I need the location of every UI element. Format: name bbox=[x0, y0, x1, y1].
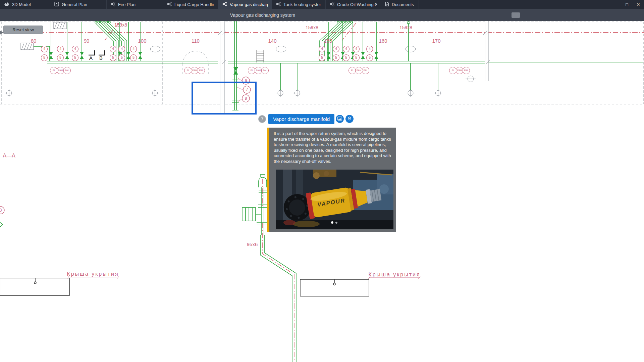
tab-label: Liquid Cargo Handling bbox=[174, 2, 214, 7]
svg-text:4: 4 bbox=[355, 47, 357, 51]
svg-text:4: 4 bbox=[132, 47, 135, 51]
svg-text:PAL: PAL bbox=[199, 69, 204, 72]
svg-text:170: 170 bbox=[432, 38, 440, 44]
tab-vapour-gas-discharging[interactable]: Vapour gas discharging bbox=[218, 0, 272, 9]
tab-fire-plan[interactable]: Fire Plan bbox=[107, 0, 163, 9]
carousel-dot-active[interactable] bbox=[331, 221, 333, 224]
locate-on-model-button[interactable] bbox=[345, 115, 354, 123]
system-icon bbox=[167, 2, 172, 7]
tab-liquid-cargo-handling[interactable]: Liquid Cargo Handling bbox=[163, 0, 218, 9]
svg-text:100: 100 bbox=[138, 38, 146, 44]
svg-text:5: 5 bbox=[369, 55, 371, 59]
svg-text:PI: PI bbox=[251, 69, 253, 72]
svg-text:PI: PI bbox=[187, 69, 189, 72]
svg-text:160: 160 bbox=[379, 38, 387, 44]
tab-label: Documents bbox=[392, 2, 414, 7]
svg-text:5: 5 bbox=[335, 55, 337, 59]
svg-text:PAL: PAL bbox=[364, 69, 368, 72]
document-icon bbox=[385, 2, 389, 7]
svg-text:PI: PI bbox=[351, 69, 354, 72]
tab-3d-model[interactable]: 3D Model bbox=[0, 0, 50, 9]
svg-text:90: 90 bbox=[84, 38, 90, 44]
window-controls: – □ ✕ bbox=[610, 0, 644, 9]
tab-documents[interactable]: Documents bbox=[381, 0, 419, 9]
system-icon bbox=[330, 2, 334, 7]
diagram-canvas[interactable]: 159x8159x8159x88090100110140150160170ABA… bbox=[0, 21, 644, 362]
svg-text:4: 4 bbox=[321, 47, 323, 51]
svg-text:150: 150 bbox=[324, 38, 332, 44]
svg-text:95x6: 95x6 bbox=[247, 241, 258, 247]
system-icon bbox=[222, 2, 227, 7]
svg-text:PAH: PAH bbox=[457, 69, 462, 72]
ship-icon bbox=[4, 2, 9, 7]
svg-text:Крыша укрытия: Крыша укрытия bbox=[67, 271, 119, 277]
item-photo: VAPOUR bbox=[276, 170, 393, 229]
tab-label: Tank heating system bbox=[283, 2, 321, 7]
svg-text:159x8: 159x8 bbox=[306, 25, 318, 30]
svg-text:140: 140 bbox=[268, 38, 276, 44]
svg-text:4: 4 bbox=[59, 47, 61, 51]
svg-text:3: 3 bbox=[0, 208, 2, 213]
minimize-button[interactable]: – bbox=[610, 0, 621, 9]
svg-text:5: 5 bbox=[43, 55, 45, 59]
svg-text:PI: PI bbox=[452, 69, 454, 72]
tab-label: Fire Plan bbox=[118, 2, 136, 7]
svg-text:5: 5 bbox=[74, 55, 76, 59]
svg-text:5: 5 bbox=[345, 55, 347, 59]
selection-highlight-rect bbox=[192, 82, 257, 115]
svg-text:159x8: 159x8 bbox=[114, 22, 127, 28]
svg-text:PAH: PAH bbox=[357, 69, 361, 72]
svg-text:4: 4 bbox=[345, 47, 347, 51]
svg-text:A: A bbox=[89, 55, 93, 61]
item-description-text: It is a part of the vapor return system,… bbox=[274, 131, 392, 164]
tab-tank-heating-system[interactable]: Tank heating system bbox=[272, 0, 326, 9]
svg-text:Крыша укрытия: Крыша укрытия bbox=[368, 272, 420, 277]
photo-button[interactable] bbox=[336, 115, 344, 123]
photo-icon bbox=[337, 116, 342, 122]
svg-text:B: B bbox=[99, 55, 103, 61]
tab-label: Vapour gas discharging bbox=[230, 2, 268, 7]
svg-text:PAL: PAL bbox=[65, 69, 69, 72]
manifold-photo-illustration: VAPOUR bbox=[276, 170, 393, 229]
carousel-dot[interactable] bbox=[335, 222, 337, 224]
svg-text:4: 4 bbox=[121, 47, 123, 51]
svg-text:PAL: PAL bbox=[263, 69, 267, 72]
svg-text:5: 5 bbox=[355, 55, 357, 59]
svg-text:4: 4 bbox=[74, 47, 76, 51]
tab-label: Crude Oil Washing Sys bbox=[337, 2, 377, 7]
svg-text:PI: PI bbox=[53, 69, 55, 72]
svg-text:A—A: A—A bbox=[3, 153, 15, 159]
maximize-button[interactable]: □ bbox=[621, 0, 633, 9]
tab-general-plan[interactable]: General Plan bbox=[50, 0, 107, 9]
system-icon bbox=[111, 2, 115, 7]
app-tab-bar: 3D Model General Plan Fire Plan Liquid C… bbox=[0, 0, 644, 9]
svg-text:4: 4 bbox=[112, 47, 114, 51]
location-pin-icon bbox=[347, 116, 352, 122]
tab-crude-oil-washing[interactable]: Crude Oil Washing Sys bbox=[326, 0, 381, 9]
system-icon bbox=[276, 2, 281, 7]
page-title: Vapour gas discharging system bbox=[230, 12, 295, 18]
svg-text:4: 4 bbox=[43, 47, 45, 51]
item-label[interactable]: Vapor discharge manifold bbox=[268, 114, 334, 124]
svg-text:5: 5 bbox=[132, 55, 135, 59]
svg-text:5: 5 bbox=[112, 55, 114, 59]
svg-text:5: 5 bbox=[121, 55, 123, 59]
reset-view-button[interactable]: Reset view bbox=[3, 26, 43, 34]
svg-text:PAL: PAL bbox=[464, 69, 469, 72]
item-description-panel: It is a part of the vapor return system,… bbox=[267, 128, 396, 232]
svg-text:110: 110 bbox=[192, 38, 200, 44]
close-button[interactable]: ✕ bbox=[633, 0, 644, 9]
svg-text:80: 80 bbox=[31, 38, 37, 44]
svg-text:PAH: PAH bbox=[192, 69, 197, 72]
title-bar: Vapour gas discharging system bbox=[0, 9, 644, 21]
person-icon bbox=[54, 2, 59, 7]
svg-text:PAH: PAH bbox=[58, 69, 63, 72]
svg-text:4: 4 bbox=[369, 47, 371, 51]
svg-text:5: 5 bbox=[321, 55, 323, 59]
diagram-annotations: 159x8159x8159x88090100110140150160170ABA… bbox=[0, 22, 470, 278]
svg-text:159x8: 159x8 bbox=[399, 25, 412, 30]
item-number-badge[interactable]: 7 bbox=[258, 115, 266, 123]
titlebar-button[interactable] bbox=[512, 12, 520, 18]
tab-label: 3D Model bbox=[12, 2, 31, 7]
photo-carousel bbox=[331, 221, 337, 224]
